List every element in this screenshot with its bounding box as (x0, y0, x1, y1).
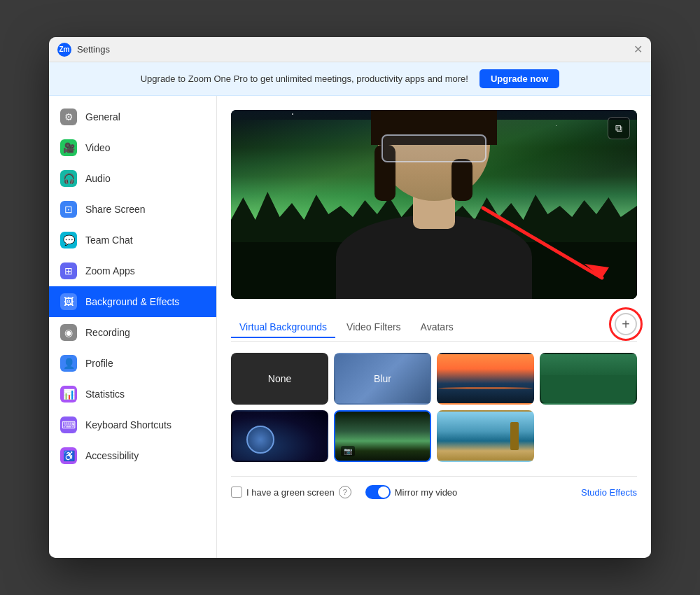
sidebar-item-zoom-apps[interactable]: ⊞ Zoom Apps (49, 255, 216, 286)
sidebar-item-background-effects[interactable]: 🖼 Background & Effects (49, 286, 216, 317)
background-none[interactable]: None (231, 353, 328, 405)
sidebar-label-zoom-apps: Zoom Apps (85, 265, 135, 276)
window-title: Settings (77, 44, 110, 55)
background-none-label: None (268, 373, 291, 384)
sidebar-item-profile[interactable]: 👤 Profile (49, 348, 216, 379)
background-aurora[interactable]: 📷 (334, 410, 431, 462)
close-button[interactable]: ✕ (634, 44, 643, 55)
background-blur-label: Blur (374, 373, 391, 384)
tab-virtual-backgrounds[interactable]: Virtual Backgrounds (231, 317, 335, 338)
sidebar-label-accessibility: Accessibility (85, 450, 139, 461)
sidebar-item-audio[interactable]: 🎧 Audio (49, 163, 216, 194)
upgrade-bar: Upgrade to Zoom One Pro to get unlimited… (49, 62, 651, 96)
sidebar: ⚙ General 🎥 Video 🎧 Audio ⊡ Share Screen… (49, 96, 217, 558)
copy-preview-button[interactable]: ⧉ (608, 117, 630, 139)
selected-camera-indicator: 📷 (341, 446, 355, 456)
add-background-button[interactable]: + (615, 313, 637, 335)
sidebar-item-video[interactable]: 🎥 Video (49, 132, 216, 163)
sidebar-label-video: Video (85, 142, 111, 153)
nature-ground (541, 375, 636, 403)
content-area: ⧉ Virtual Backgrounds Video Filters Avat… (217, 96, 651, 558)
person-hair-right (451, 159, 472, 201)
titlebar: Zm Settings ✕ (49, 37, 651, 62)
sidebar-item-statistics[interactable]: 📊 Statistics (49, 379, 216, 410)
sidebar-item-team-chat[interactable]: 💬 Team Chat (49, 225, 216, 255)
team-chat-icon: 💬 (60, 232, 77, 248)
green-screen-help-icon[interactable]: ? (339, 486, 351, 498)
background-icon: 🖼 (60, 293, 77, 310)
sidebar-item-recording[interactable]: ◉ Recording (49, 317, 216, 348)
person-glasses (382, 134, 486, 162)
sidebar-item-general[interactable]: ⚙ General (49, 102, 216, 132)
tab-video-filters[interactable]: Video Filters (338, 317, 410, 338)
person (329, 117, 539, 299)
mirror-video-label: Mirror my video (395, 487, 458, 498)
gear-icon: ⚙ (60, 108, 77, 125)
sidebar-label-general: General (85, 111, 120, 122)
statistics-icon: 📊 (60, 386, 77, 402)
background-beach[interactable] (437, 410, 534, 462)
sidebar-label-background-effects: Background & Effects (85, 296, 179, 307)
sidebar-item-keyboard-shortcuts[interactable]: ⌨ Keyboard Shortcuts (49, 410, 216, 440)
keyboard-icon: ⌨ (60, 416, 77, 433)
background-space[interactable] (231, 410, 328, 462)
green-screen-checkbox[interactable] (231, 486, 242, 498)
background-bridge[interactable] (437, 353, 534, 405)
studio-effects-link[interactable]: Studio Effects (581, 487, 637, 498)
audio-icon: 🎧 (60, 170, 77, 187)
background-nature[interactable] (540, 353, 637, 405)
bridge-arch (438, 387, 533, 389)
share-screen-icon: ⊡ (60, 201, 77, 218)
zoom-logo: Zm (57, 43, 71, 57)
add-background-wrapper: + (615, 313, 637, 335)
zoom-apps-icon: ⊞ (60, 262, 77, 279)
video-icon: 🎥 (60, 139, 77, 156)
sidebar-label-statistics: Statistics (85, 388, 125, 400)
mirror-video-group: Mirror my video (365, 485, 458, 499)
upgrade-text: Upgrade to Zoom One Pro to get unlimited… (141, 74, 468, 84)
main-content: ⚙ General 🎥 Video 🎧 Audio ⊡ Share Screen… (49, 96, 651, 558)
green-screen-group: I have a green screen ? (231, 486, 351, 498)
background-blur[interactable]: Blur (334, 353, 431, 405)
profile-icon: 👤 (60, 355, 77, 372)
sidebar-item-share-screen[interactable]: ⊡ Share Screen (49, 194, 216, 225)
star-3 (556, 125, 556, 126)
preview-background (231, 110, 637, 299)
tab-avatars[interactable]: Avatars (412, 317, 462, 338)
recording-icon: ◉ (60, 324, 77, 341)
tabs-row: Virtual Backgrounds Video Filters Avatar… (231, 313, 637, 342)
green-screen-label: I have a green screen (246, 487, 335, 498)
background-grid: None Blur (231, 353, 637, 462)
sidebar-label-audio: Audio (85, 173, 111, 184)
sidebar-label-profile: Profile (85, 358, 113, 369)
mirror-video-toggle[interactable] (365, 485, 391, 499)
bottom-options: I have a green screen ? Mirror my video … (231, 476, 637, 499)
settings-window: Zm Settings ✕ Upgrade to Zoom One Pro to… (49, 37, 651, 558)
palm-trunk (510, 422, 519, 450)
sidebar-label-team-chat: Team Chat (85, 234, 133, 246)
sidebar-item-accessibility[interactable]: ♿ Accessibility (49, 440, 216, 471)
sidebar-label-share-screen: Share Screen (85, 204, 146, 215)
background-empty (540, 410, 637, 462)
sidebar-label-keyboard-shortcuts: Keyboard Shortcuts (85, 419, 172, 430)
upgrade-now-button[interactable]: Upgrade now (479, 69, 559, 88)
sidebar-label-recording: Recording (85, 327, 130, 338)
accessibility-icon: ♿ (60, 447, 77, 464)
earth-globe (246, 426, 274, 454)
video-preview: ⧉ (231, 110, 637, 299)
